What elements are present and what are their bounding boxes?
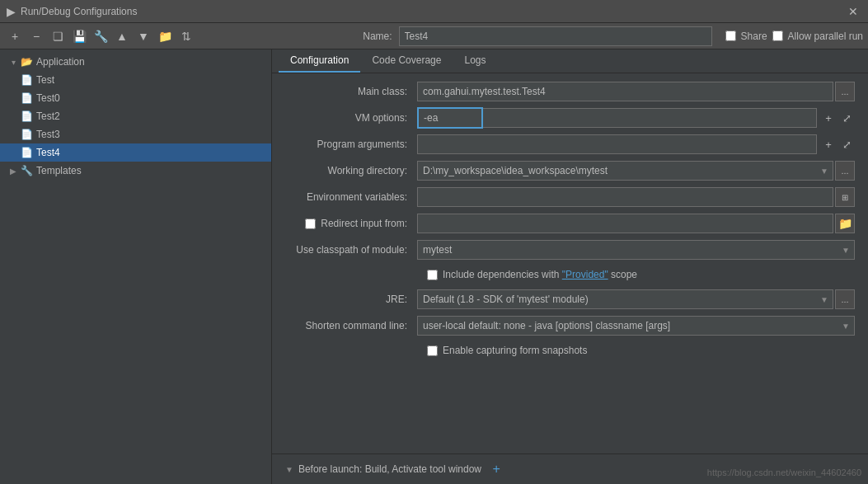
shorten-cmd-row: Shorten command line: user-local default…: [285, 314, 855, 337]
vm-options-label: VM options:: [285, 112, 417, 124]
sidebar-item-test2-label: Test2: [36, 110, 60, 122]
folder-button[interactable]: 📁: [155, 26, 175, 46]
expand-arrow-application: ▾: [7, 55, 20, 68]
sidebar-item-test[interactable]: 📄 Test: [0, 71, 271, 89]
program-args-actions: + ⤢: [820, 136, 855, 153]
save-button[interactable]: 💾: [69, 26, 89, 46]
classpath-module-wrapper: mytest ▼: [417, 240, 855, 260]
jre-select[interactable]: Default (1.8 - SDK of 'mytest' module): [417, 289, 833, 309]
name-label: Name:: [363, 31, 392, 42]
up-button[interactable]: ▲: [112, 26, 132, 46]
form-area: Main class: ... VM options: + ⤢: [272, 73, 868, 453]
close-button[interactable]: ✕: [845, 3, 861, 20]
share-area: Share Allow parallel run: [725, 31, 863, 42]
working-dir-browse-button[interactable]: ...: [835, 161, 855, 181]
allow-parallel-label: Allow parallel run: [788, 31, 863, 42]
main-container: + − ❏ 💾 🔧 ▲ ▼ 📁 ⇅ Name: Share Allow para…: [0, 23, 868, 484]
shorten-cmd-select[interactable]: user-local default: none - java [options…: [417, 316, 855, 336]
tab-configuration[interactable]: Configuration: [279, 49, 360, 73]
env-vars-edit-button[interactable]: ⊞: [835, 187, 855, 207]
env-vars-row: Environment variables: ⊞: [285, 186, 855, 209]
program-args-expand-button[interactable]: ⤢: [838, 136, 855, 153]
redirect-label-wrapper: Redirect input from:: [285, 218, 417, 229]
jre-row: JRE: Default (1.8 - SDK of 'mytest' modu…: [285, 288, 855, 311]
share-checkbox[interactable]: [725, 31, 736, 41]
tab-code-coverage[interactable]: Code Coverage: [360, 49, 453, 73]
include-deps-label: Include dependencies with "Provided" sco…: [443, 269, 637, 280]
before-launch-row: ▼ Before launch: Build, Activate tool wi…: [285, 459, 855, 479]
title-bar-title: Run/Debug Configurations: [21, 6, 845, 17]
tab-logs[interactable]: Logs: [453, 49, 497, 73]
vm-options-rest: [483, 108, 817, 128]
sidebar-item-application[interactable]: ▾ 📂 Application: [0, 53, 271, 71]
redirect-input-input[interactable]: [417, 214, 833, 233]
env-vars-label: Environment variables:: [285, 191, 417, 203]
file-icon-test4: 📄: [20, 146, 33, 159]
vm-options-focused-container: [417, 107, 483, 129]
shorten-cmd-wrapper: user-local default: none - java [options…: [417, 316, 855, 336]
add-button[interactable]: +: [5, 26, 25, 46]
enable-capturing-checkbox[interactable]: [427, 345, 438, 356]
vm-options-add-button[interactable]: +: [820, 110, 837, 126]
content-area: ▾ 📂 Application 📄 Test 📄 Test0 📄 Test2 �: [0, 49, 868, 484]
enable-capturing-row: Enable capturing form snapshots: [285, 341, 855, 360]
name-input[interactable]: [399, 26, 712, 46]
jre-label: JRE:: [285, 294, 417, 305]
before-launch-add-button[interactable]: +: [486, 459, 506, 479]
classpath-module-label: Use classpath of module:: [285, 244, 417, 256]
allow-parallel-checkbox[interactable]: [772, 31, 783, 41]
sidebar-item-test2[interactable]: 📄 Test2: [0, 107, 271, 125]
include-deps-checkbox[interactable]: [427, 270, 438, 280]
program-args-input[interactable]: [417, 134, 817, 154]
sidebar-item-test-label: Test: [36, 74, 54, 86]
main-class-label: Main class:: [285, 86, 417, 97]
title-bar: ▶ Run/Debug Configurations ✕: [0, 0, 868, 23]
working-dir-input[interactable]: [417, 161, 833, 181]
sidebar-item-templates[interactable]: ▶ 🔧 Templates: [0, 162, 271, 180]
bottom-section: ▼ Before launch: Build, Activate tool wi…: [272, 453, 868, 484]
program-args-row: Program arguments: + ⤢: [285, 133, 855, 156]
main-class-input[interactable]: [417, 82, 833, 101]
sidebar-item-test0[interactable]: 📄 Test0: [0, 89, 271, 107]
left-panel: ▾ 📂 Application 📄 Test 📄 Test0 📄 Test2 �: [0, 49, 272, 484]
vm-options-input[interactable]: [419, 112, 481, 124]
redirect-input-label: Redirect input from:: [321, 218, 407, 229]
down-button[interactable]: ▼: [134, 26, 153, 46]
right-panel: Configuration Code Coverage Logs Main cl…: [272, 49, 868, 484]
file-icon-test3: 📄: [20, 128, 33, 141]
toolbar: + − ❏ 💾 🔧 ▲ ▼ 📁 ⇅ Name: Share Allow para…: [0, 23, 868, 49]
name-section: Name: Share Allow parallel run: [363, 26, 863, 46]
classpath-module-select[interactable]: mytest: [417, 240, 855, 260]
working-dir-wrapper: ▼: [417, 161, 833, 181]
copy-button[interactable]: ❏: [48, 26, 68, 46]
wrench-button[interactable]: 🔧: [91, 26, 110, 46]
expand-arrow-templates: ▶: [7, 164, 20, 177]
redirect-input-row: Redirect input from: 📁: [285, 212, 855, 235]
remove-button[interactable]: −: [26, 26, 46, 46]
sidebar-item-test4[interactable]: 📄 Test4: [0, 143, 271, 162]
working-dir-row: Working directory: ▼ ...: [285, 159, 855, 182]
vm-options-row: VM options: + ⤢: [285, 106, 855, 129]
main-class-row: Main class: ...: [285, 80, 855, 103]
sidebar-item-test3[interactable]: 📄 Test3: [0, 125, 271, 143]
redirect-input-browse-button[interactable]: 📁: [835, 214, 855, 233]
before-launch-arrow[interactable]: ▼: [285, 465, 293, 474]
jre-browse-button[interactable]: ...: [835, 289, 855, 309]
vm-options-actions: + ⤢: [820, 110, 855, 126]
tabs-bar: Configuration Code Coverage Logs: [272, 49, 868, 73]
vm-options-expand-button[interactable]: ⤢: [838, 110, 855, 126]
sort-button[interactable]: ⇅: [176, 26, 196, 46]
before-launch-label: Before launch: Build, Activate tool wind…: [298, 463, 481, 475]
wrench-icon-templates: 🔧: [20, 164, 33, 177]
sidebar-item-test0-label: Test0: [36, 92, 60, 104]
redirect-input-checkbox[interactable]: [305, 219, 316, 229]
classpath-module-row: Use classpath of module: mytest ▼: [285, 238, 855, 261]
program-args-add-button[interactable]: +: [820, 136, 837, 153]
provided-scope-link[interactable]: "Provided": [562, 269, 608, 280]
shorten-cmd-label: Shorten command line:: [285, 320, 417, 331]
working-dir-label: Working directory:: [285, 165, 417, 176]
sidebar-item-application-label: Application: [36, 56, 85, 68]
file-icon-test: 📄: [20, 73, 33, 87]
main-class-browse-button[interactable]: ...: [835, 82, 855, 101]
env-vars-input[interactable]: [417, 187, 833, 207]
